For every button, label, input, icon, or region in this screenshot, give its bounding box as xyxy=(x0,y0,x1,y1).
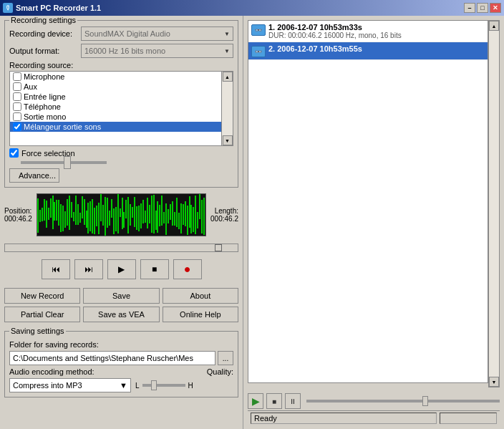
quality-h: H xyxy=(188,382,193,390)
record-info-1: 1. 2006-12-07 10h53m33s DUR: 00:00:46.2 … xyxy=(268,23,485,39)
source-sortie-mono-checkbox[interactable] xyxy=(13,112,21,121)
saving-settings-group: Saving settings Folder for saving record… xyxy=(4,331,238,397)
source-entree-checkbox[interactable] xyxy=(13,92,21,101)
source-aux[interactable]: Aux xyxy=(10,82,233,92)
rewind-button[interactable]: ⏮ xyxy=(42,259,70,279)
format-arrow: ▼ xyxy=(224,48,230,54)
source-list[interactable]: Microphone Aux Entrée ligne Télépho xyxy=(9,71,233,146)
maximize-button[interactable]: □ xyxy=(477,3,488,13)
source-melangeur[interactable]: Mélangeur sortie sons xyxy=(10,122,233,132)
device-select[interactable]: SoundMAX Digital Audio ▼ xyxy=(81,26,233,41)
source-area: Microphone Aux Entrée ligne Télépho xyxy=(9,71,233,146)
source-telephone-checkbox[interactable] xyxy=(13,102,21,111)
waveform-canvas[interactable] xyxy=(37,193,206,236)
source-microphone-label: Microphone xyxy=(24,72,64,81)
status-right xyxy=(440,413,497,424)
record-title-2: 2. 2006-12-07 10h53m55s xyxy=(268,44,485,53)
close-button[interactable]: ✕ xyxy=(490,3,501,13)
device-label: Recording device: xyxy=(9,29,81,38)
position-value: 000:46.2 xyxy=(4,215,32,223)
folder-row: ... xyxy=(9,351,233,365)
source-scroll-track[interactable] xyxy=(222,82,233,135)
player-stop-button[interactable]: ■ xyxy=(266,393,282,409)
player-play-button[interactable]: ▶ xyxy=(248,393,263,409)
source-melangeur-checkbox[interactable] xyxy=(13,122,21,131)
advance-button[interactable]: Advance... xyxy=(9,168,59,183)
progress-thumb[interactable] xyxy=(215,244,222,251)
records-scroll-down[interactable]: ▼ xyxy=(489,377,499,387)
encoding-value: Compress into MP3 xyxy=(13,381,82,390)
level-slider[interactable] xyxy=(21,161,107,164)
saving-settings-title: Saving settings xyxy=(9,327,66,335)
record-icon-2: 👓 xyxy=(251,46,266,57)
device-value: SoundMAX Digital Audio xyxy=(84,29,170,38)
source-row: Recording source: Microphone Aux xyxy=(9,61,233,146)
record-button[interactable]: ● xyxy=(173,259,202,279)
format-value: 16000 Hz 16 bits mono xyxy=(84,47,165,55)
format-row: Output format: 16000 Hz 16 bits mono ▼ xyxy=(9,44,233,58)
quality-l: L xyxy=(135,382,140,390)
encoding-controls-row: Compress into MP3 ▼ L H xyxy=(9,378,233,392)
play-button[interactable]: ▶ xyxy=(107,259,136,279)
source-telephone-label: Téléphone xyxy=(24,102,61,111)
source-microphone[interactable]: Microphone xyxy=(10,72,233,82)
quality-thumb[interactable] xyxy=(151,380,157,390)
partial-clear-button[interactable]: Partial Clear xyxy=(4,307,80,322)
position-label: Position: xyxy=(4,207,32,215)
records-scrollbar[interactable]: ▲ ▼ xyxy=(488,20,500,387)
online-help-button[interactable]: Online Help xyxy=(163,307,238,322)
source-aux-label: Aux xyxy=(24,82,37,91)
title-bar: 🎙 Smart PC Recorder 1.1 – □ ✕ xyxy=(0,0,504,16)
source-microphone-checkbox[interactable] xyxy=(13,72,21,81)
source-label: Recording source: xyxy=(9,61,73,69)
fast-forward-button[interactable]: ⏭ xyxy=(74,259,103,279)
status-text: Ready xyxy=(251,413,437,424)
record-item-1[interactable]: 👓 1. 2006-12-07 10h53m33s DUR: 00:00:46.… xyxy=(248,21,488,42)
progress-bar[interactable] xyxy=(4,244,238,252)
position-box: Position: 000:46.2 xyxy=(4,207,32,223)
new-record-button[interactable]: New Record xyxy=(4,288,80,304)
source-sortie-mono[interactable]: Sortie mono xyxy=(10,112,233,122)
source-scrollbar[interactable]: ▲ ▼ xyxy=(221,72,233,145)
save-button[interactable]: Save xyxy=(83,288,159,304)
level-slider-thumb[interactable] xyxy=(64,156,71,169)
record-title-1: 1. 2006-12-07 10h53m33s xyxy=(268,23,485,32)
volume-thumb[interactable] xyxy=(422,396,428,406)
minimize-button[interactable]: – xyxy=(464,3,475,13)
left-panel: Recording settings Recording device: Sou… xyxy=(0,16,243,429)
source-aux-checkbox[interactable] xyxy=(13,82,21,91)
record-sub-1: DUR: 00:00:46.2 16000 Hz, mono, 16 bits xyxy=(268,32,485,39)
player-pause-button[interactable]: ⏸ xyxy=(285,393,301,409)
source-scroll-up[interactable]: ▲ xyxy=(223,72,233,82)
advance-row: Advance... xyxy=(9,168,233,183)
volume-slider[interactable] xyxy=(306,400,500,403)
format-select[interactable]: 16000 Hz 16 bits mono ▼ xyxy=(81,44,233,58)
folder-input[interactable] xyxy=(9,351,215,365)
browse-button[interactable]: ... xyxy=(218,351,233,365)
waveform-section: Position: 000:46.2 Length: 000:46.2 xyxy=(4,193,238,236)
records-list[interactable]: 👓 1. 2006-12-07 10h53m33s DUR: 00:00:46.… xyxy=(248,20,488,383)
record-icon-1: 👓 xyxy=(251,24,266,36)
folder-section: Folder for saving records: ... xyxy=(9,340,233,365)
records-scroll-track[interactable] xyxy=(489,31,499,377)
about-button[interactable]: About xyxy=(163,288,238,304)
recording-settings-group: Recording settings Recording device: Sou… xyxy=(4,20,238,188)
encoding-arrow: ▼ xyxy=(120,381,127,390)
source-entree-ligne[interactable]: Entrée ligne xyxy=(10,92,233,102)
source-scroll-down[interactable]: ▼ xyxy=(223,135,233,145)
records-scroll-up[interactable]: ▲ xyxy=(489,21,499,31)
title-bar-controls: – □ ✕ xyxy=(464,3,501,13)
force-selection-row: Force selection xyxy=(9,148,233,158)
force-selection-checkbox[interactable] xyxy=(9,148,19,158)
record-item-2[interactable]: 👓 2. 2006-12-07 10h53m55s xyxy=(248,42,488,60)
source-telephone[interactable]: Téléphone xyxy=(10,102,233,112)
encoding-select[interactable]: Compress into MP3 ▼ xyxy=(9,378,131,392)
save-as-vea-button[interactable]: Save as VEA xyxy=(83,307,159,322)
stop-button[interactable]: ■ xyxy=(140,259,169,279)
encoding-row: Audio encoding method: Quality: xyxy=(9,367,233,376)
right-panel: 👓 1. 2006-12-07 10h53m33s DUR: 00:00:46.… xyxy=(243,16,504,429)
length-value: 000:46.2 xyxy=(210,215,238,223)
quality-slider[interactable] xyxy=(142,384,185,387)
device-arrow: ▼ xyxy=(224,31,230,37)
records-area: 👓 1. 2006-12-07 10h53m33s DUR: 00:00:46.… xyxy=(248,20,500,387)
